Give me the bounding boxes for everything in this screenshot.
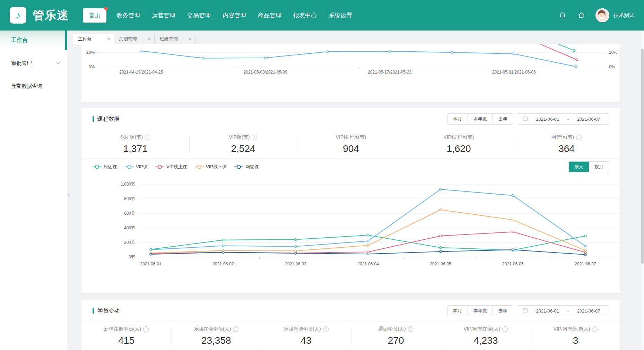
nav-item-academic[interactable]: 教务管理	[116, 8, 140, 23]
nav-item-operations[interactable]: 运营管理	[152, 8, 175, 23]
stat-new-registered: 新增注册学员(人)i 415	[81, 326, 171, 346]
stat-orchestra-lessons: 乐团课(节)i 1,371	[81, 134, 189, 154]
main-area: 工作台 × 乐团管理 × 班级管理 × 0%0%20%20%2021-04-19…	[67, 31, 644, 350]
sidebar-item-workbench[interactable]: 工作台	[0, 31, 67, 50]
info-icon[interactable]: i	[576, 135, 582, 140]
end-date-input[interactable]: 2021-06-07	[574, 308, 603, 314]
svg-text:2021-06-03: 2021-06-03	[285, 262, 306, 266]
by-day-button[interactable]: 按天	[569, 162, 589, 172]
bell-icon[interactable]	[558, 11, 567, 20]
granularity-toggle: 按天 按月	[568, 161, 609, 172]
info-icon[interactable]: i	[502, 326, 508, 332]
legend-item-orchestra[interactable]: 乐团课	[93, 164, 117, 170]
user-name[interactable]: 技术测试	[613, 12, 634, 19]
info-icon[interactable]: i	[323, 326, 329, 332]
calendar-icon	[523, 116, 528, 122]
svg-text:2021-06-02: 2021-06-02	[212, 262, 234, 266]
stat-vip-lessons: VIP课(节)i 2,524	[189, 134, 297, 154]
page-scrollbar-thumb[interactable]	[641, 49, 644, 264]
stat-value: 23,358	[171, 335, 261, 346]
nav-item-transactions[interactable]: 交易管理	[187, 8, 211, 23]
svg-text:2021-05-31/2021-06-06: 2021-05-31/2021-06-06	[492, 70, 536, 75]
svg-text:600节: 600节	[124, 211, 135, 216]
range-last-year-button[interactable]: 去年	[493, 114, 513, 124]
svg-text:20%: 20%	[609, 50, 617, 55]
stat-value: 1,620	[405, 143, 513, 154]
sidebar-collapse-handle[interactable]: ‹	[68, 191, 70, 200]
range-this-month-button[interactable]: 本月	[447, 114, 468, 124]
svg-text:2021-04-19/2021-04-25: 2021-04-19/2021-04-25	[119, 70, 163, 75]
legend-item-vip[interactable]: VIP课	[125, 164, 148, 170]
nav-item-reports[interactable]: 报表中心	[293, 8, 317, 23]
ratio-chart-card: 0%0%20%20%2021-04-19/2021-04-252021-05-0…	[81, 44, 620, 102]
close-icon[interactable]: ×	[107, 37, 110, 42]
date-separator: -	[567, 117, 569, 122]
by-month-button[interactable]: 按月	[589, 162, 609, 172]
info-icon[interactable]: i	[408, 326, 414, 332]
legend-marker-icon	[93, 165, 102, 169]
stat-value: 3	[531, 335, 620, 346]
nav-item-home[interactable]: 首页	[83, 8, 106, 23]
info-icon[interactable]: i	[233, 326, 238, 332]
start-date-input[interactable]: 2021-06-01	[533, 117, 563, 122]
svg-text:2021-06-05: 2021-06-05	[430, 262, 451, 266]
range-this-month-button[interactable]: 本月	[447, 306, 468, 316]
svg-text:2021-05-03/2021-05-09: 2021-05-03/2021-05-09	[244, 70, 287, 75]
stat-orchestra-enrolled: 乐团在读学员(人)i 23,358	[171, 326, 261, 346]
range-this-year-button[interactable]: 本年度	[468, 306, 493, 316]
range-this-year-button[interactable]: 本年度	[468, 114, 493, 124]
stat-value: 1,371	[81, 143, 189, 154]
student-range-controls: 本月 本年度 去年 2021-06-01 - 2021-06-07	[447, 305, 609, 316]
tab-bar: 工作台 × 乐团管理 × 班级管理 ×	[67, 31, 644, 44]
home-icon[interactable]	[577, 11, 586, 20]
course-data-card: 课程数据 本月 本年度 去年 2021-06-01	[81, 108, 620, 293]
nav-item-content[interactable]: 内容管理	[223, 8, 246, 23]
content-scroll-area: 0%0%20%20%2021-04-19/2021-04-252021-05-0…	[67, 44, 644, 350]
nav-item-settings[interactable]: 系统设置	[329, 8, 352, 23]
title-accent-bar	[93, 308, 94, 314]
legend-item-netadmin[interactable]: 网管课	[234, 164, 259, 170]
svg-text:2021-06-06: 2021-06-06	[502, 262, 524, 266]
date-range-picker[interactable]: 2021-06-01 - 2021-06-07	[517, 113, 609, 125]
legend-marker-icon	[195, 165, 204, 169]
legend-marker-icon	[155, 165, 164, 169]
nav-right-zone: 技术测试	[558, 8, 634, 22]
info-icon[interactable]: i	[143, 326, 149, 332]
nav-item-products[interactable]: 商品管理	[258, 8, 281, 23]
stat-value: 270	[351, 335, 441, 346]
info-icon[interactable]: i	[252, 135, 257, 140]
info-icon[interactable]: i	[592, 326, 598, 332]
legend-item-vip-offline[interactable]: VIP线下课	[195, 164, 227, 170]
end-date-input[interactable]: 2021-06-07	[574, 117, 603, 122]
stat-vip-netadmin-enrolled: VIP/网管在读(人)i 4,233	[441, 326, 531, 346]
close-icon[interactable]: ×	[189, 37, 192, 42]
legend-marker-icon	[125, 165, 134, 169]
start-date-input[interactable]: 2021-06-01	[533, 308, 563, 314]
close-icon[interactable]: ×	[148, 37, 151, 42]
tab-orchestra-management[interactable]: 乐团管理 ×	[114, 34, 155, 44]
date-range-picker[interactable]: 2021-06-01 - 2021-06-07	[517, 305, 609, 316]
stat-netadmin-lessons: 网管课(节)i 364	[513, 134, 620, 154]
section-title: 课程数据	[93, 116, 120, 123]
student-change-card: 学员变动 本月 本年度 去年 2021-06-01	[81, 300, 620, 350]
info-icon[interactable]: i	[145, 135, 150, 140]
brand-logo-icon[interactable]: ♪	[10, 7, 26, 24]
music-note-icon: ♪	[16, 10, 21, 20]
sidebar-item-approvals[interactable]: 审批管理	[0, 53, 67, 73]
main-menu: 首页 教务管理 运营管理 交易管理 内容管理 商品管理 报表中心 系统设置	[79, 8, 358, 23]
stat-vip-offline-lessons: VIP线下课(节) 1,620	[405, 134, 513, 154]
student-section-header: 学员变动 本月 本年度 去年 2021-06-01	[81, 300, 620, 322]
course-range-controls: 本月 本年度 去年 2021-06-01 - 2021-06-07	[447, 113, 609, 125]
stat-value: 904	[297, 143, 405, 154]
user-avatar[interactable]	[595, 8, 609, 22]
tab-class-management[interactable]: 班级管理 ×	[155, 34, 195, 44]
legend-item-vip-online[interactable]: VIP线上课	[155, 164, 187, 170]
tab-workbench[interactable]: 工作台 ×	[73, 34, 114, 44]
sidebar-item-abnormal-data[interactable]: 异常数据查询	[0, 76, 67, 96]
section-title: 学员变动	[93, 307, 120, 315]
date-separator: -	[567, 308, 569, 314]
title-accent-bar	[93, 116, 94, 122]
range-last-year-button[interactable]: 去年	[493, 306, 513, 316]
stat-withdrawn: 退团学员(人)i 270	[351, 326, 441, 346]
svg-text:2021-06-04: 2021-06-04	[357, 262, 379, 266]
